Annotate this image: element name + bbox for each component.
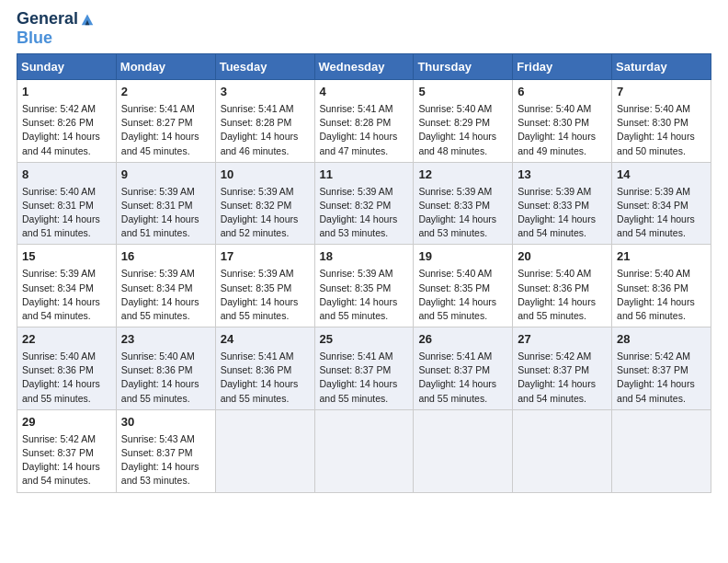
weekday-header-saturday: Saturday (612, 54, 711, 80)
day-info: Sunrise: 5:39 AMSunset: 8:34 PMDaylight:… (121, 267, 210, 323)
day-number: 6 (518, 84, 607, 101)
calendar-cell: 16Sunrise: 5:39 AMSunset: 8:34 PMDayligh… (116, 245, 215, 327)
day-number: 15 (22, 248, 111, 266)
calendar-cell: 2Sunrise: 5:41 AMSunset: 8:27 PMDaylight… (116, 80, 215, 163)
day-number: 4 (320, 84, 409, 101)
day-info: Sunrise: 5:39 AMSunset: 8:32 PMDaylight:… (221, 185, 310, 241)
day-number: 23 (121, 331, 210, 349)
day-info: Sunrise: 5:41 AMSunset: 8:36 PMDaylight:… (221, 350, 310, 406)
page: GeneralBlue SundayMondayTuesdayWednesday… (0, 0, 728, 563)
calendar-cell: 13Sunrise: 5:39 AMSunset: 8:33 PMDayligh… (513, 162, 612, 245)
header: GeneralBlue (17, 9, 711, 48)
day-number: 21 (617, 248, 706, 266)
calendar-cell: 26Sunrise: 5:41 AMSunset: 8:37 PMDayligh… (414, 327, 513, 410)
weekday-header-wednesday: Wednesday (314, 54, 414, 80)
day-info: Sunrise: 5:43 AMSunset: 8:37 PMDaylight:… (121, 432, 210, 488)
calendar-cell (612, 409, 711, 492)
calendar-cell: 1Sunrise: 5:42 AMSunset: 8:26 PMDaylight… (17, 80, 117, 163)
day-number: 1 (22, 84, 111, 101)
day-number: 28 (617, 331, 706, 349)
calendar-week-row: 15Sunrise: 5:39 AMSunset: 8:34 PMDayligh… (17, 245, 711, 327)
calendar-week-row: 29Sunrise: 5:42 AMSunset: 8:37 PMDayligh… (17, 409, 711, 492)
calendar-cell: 30Sunrise: 5:43 AMSunset: 8:37 PMDayligh… (116, 409, 215, 492)
calendar-cell: 3Sunrise: 5:41 AMSunset: 8:28 PMDaylight… (215, 80, 314, 163)
day-info: Sunrise: 5:40 AMSunset: 8:36 PMDaylight:… (617, 267, 706, 323)
day-number: 29 (22, 414, 111, 431)
day-info: Sunrise: 5:41 AMSunset: 8:27 PMDaylight:… (121, 102, 210, 158)
day-number: 30 (121, 414, 210, 431)
calendar-cell (314, 409, 414, 492)
day-info: Sunrise: 5:42 AMSunset: 8:37 PMDaylight:… (617, 350, 706, 406)
day-number: 17 (221, 248, 310, 266)
calendar-cell: 7Sunrise: 5:40 AMSunset: 8:30 PMDaylight… (612, 80, 711, 163)
day-info: Sunrise: 5:39 AMSunset: 8:34 PMDaylight:… (22, 267, 111, 323)
calendar-cell: 8Sunrise: 5:40 AMSunset: 8:31 PMDaylight… (17, 162, 117, 245)
day-number: 7 (617, 84, 706, 101)
day-number: 12 (418, 167, 507, 184)
calendar-cell: 11Sunrise: 5:39 AMSunset: 8:32 PMDayligh… (314, 162, 414, 245)
day-info: Sunrise: 5:39 AMSunset: 8:35 PMDaylight:… (320, 267, 409, 323)
calendar-cell (414, 409, 513, 492)
calendar-table: SundayMondayTuesdayWednesdayThursdayFrid… (17, 53, 711, 493)
calendar-cell: 4Sunrise: 5:41 AMSunset: 8:28 PMDaylight… (314, 80, 414, 163)
weekday-header-row: SundayMondayTuesdayWednesdayThursdayFrid… (17, 54, 711, 80)
calendar-cell: 15Sunrise: 5:39 AMSunset: 8:34 PMDayligh… (17, 245, 117, 327)
day-info: Sunrise: 5:41 AMSunset: 8:37 PMDaylight:… (320, 350, 409, 406)
day-number: 26 (418, 331, 507, 349)
logo-general-text: General (17, 9, 78, 29)
day-number: 24 (221, 331, 310, 349)
calendar-week-row: 1Sunrise: 5:42 AMSunset: 8:26 PMDaylight… (17, 80, 711, 163)
day-info: Sunrise: 5:41 AMSunset: 8:28 PMDaylight:… (320, 102, 409, 158)
day-info: Sunrise: 5:40 AMSunset: 8:36 PMDaylight:… (518, 267, 607, 323)
calendar-cell: 24Sunrise: 5:41 AMSunset: 8:36 PMDayligh… (215, 327, 314, 410)
calendar-cell: 10Sunrise: 5:39 AMSunset: 8:32 PMDayligh… (215, 162, 314, 245)
day-number: 22 (22, 331, 111, 349)
calendar-cell: 22Sunrise: 5:40 AMSunset: 8:36 PMDayligh… (17, 327, 117, 410)
day-info: Sunrise: 5:41 AMSunset: 8:28 PMDaylight:… (221, 102, 310, 158)
day-info: Sunrise: 5:39 AMSunset: 8:34 PMDaylight:… (617, 185, 706, 241)
calendar-cell: 27Sunrise: 5:42 AMSunset: 8:37 PMDayligh… (513, 327, 612, 410)
day-number: 25 (320, 331, 409, 349)
day-info: Sunrise: 5:39 AMSunset: 8:31 PMDaylight:… (121, 185, 210, 241)
day-info: Sunrise: 5:41 AMSunset: 8:37 PMDaylight:… (418, 350, 507, 406)
calendar-cell: 21Sunrise: 5:40 AMSunset: 8:36 PMDayligh… (612, 245, 711, 327)
day-info: Sunrise: 5:42 AMSunset: 8:26 PMDaylight:… (22, 102, 111, 158)
day-info: Sunrise: 5:39 AMSunset: 8:35 PMDaylight:… (221, 267, 310, 323)
day-info: Sunrise: 5:40 AMSunset: 8:29 PMDaylight:… (418, 102, 507, 158)
day-info: Sunrise: 5:39 AMSunset: 8:33 PMDaylight:… (518, 185, 607, 241)
calendar-week-row: 22Sunrise: 5:40 AMSunset: 8:36 PMDayligh… (17, 327, 711, 410)
calendar-cell: 9Sunrise: 5:39 AMSunset: 8:31 PMDaylight… (116, 162, 215, 245)
day-info: Sunrise: 5:40 AMSunset: 8:30 PMDaylight:… (617, 102, 706, 158)
calendar-cell: 29Sunrise: 5:42 AMSunset: 8:37 PMDayligh… (17, 409, 117, 492)
day-info: Sunrise: 5:40 AMSunset: 8:30 PMDaylight:… (518, 102, 607, 158)
day-number: 5 (418, 84, 507, 101)
calendar-cell: 23Sunrise: 5:40 AMSunset: 8:36 PMDayligh… (116, 327, 215, 410)
day-number: 3 (221, 84, 310, 101)
logo-blue-text: Blue (17, 29, 52, 48)
day-number: 10 (221, 167, 310, 184)
weekday-header-sunday: Sunday (17, 54, 117, 80)
day-info: Sunrise: 5:42 AMSunset: 8:37 PMDaylight:… (22, 432, 111, 488)
calendar-cell: 14Sunrise: 5:39 AMSunset: 8:34 PMDayligh… (612, 162, 711, 245)
day-number: 27 (518, 331, 607, 349)
weekday-header-friday: Friday (513, 54, 612, 80)
weekday-header-tuesday: Tuesday (215, 54, 314, 80)
day-info: Sunrise: 5:40 AMSunset: 8:35 PMDaylight:… (418, 267, 507, 323)
calendar-cell: 6Sunrise: 5:40 AMSunset: 8:30 PMDaylight… (513, 80, 612, 163)
calendar-cell: 17Sunrise: 5:39 AMSunset: 8:35 PMDayligh… (215, 245, 314, 327)
day-info: Sunrise: 5:39 AMSunset: 8:33 PMDaylight:… (418, 185, 507, 241)
calendar-cell (215, 409, 314, 492)
logo-icon (80, 13, 95, 26)
calendar-cell: 19Sunrise: 5:40 AMSunset: 8:35 PMDayligh… (414, 245, 513, 327)
day-number: 14 (617, 167, 706, 184)
day-number: 19 (418, 248, 507, 266)
calendar-cell: 20Sunrise: 5:40 AMSunset: 8:36 PMDayligh… (513, 245, 612, 327)
calendar-cell: 28Sunrise: 5:42 AMSunset: 8:37 PMDayligh… (612, 327, 711, 410)
logo: GeneralBlue (17, 9, 95, 48)
day-number: 9 (121, 167, 210, 184)
day-number: 2 (121, 84, 210, 101)
day-number: 18 (320, 248, 409, 266)
calendar-cell (513, 409, 612, 492)
calendar-cell: 12Sunrise: 5:39 AMSunset: 8:33 PMDayligh… (414, 162, 513, 245)
calendar-week-row: 8Sunrise: 5:40 AMSunset: 8:31 PMDaylight… (17, 162, 711, 245)
